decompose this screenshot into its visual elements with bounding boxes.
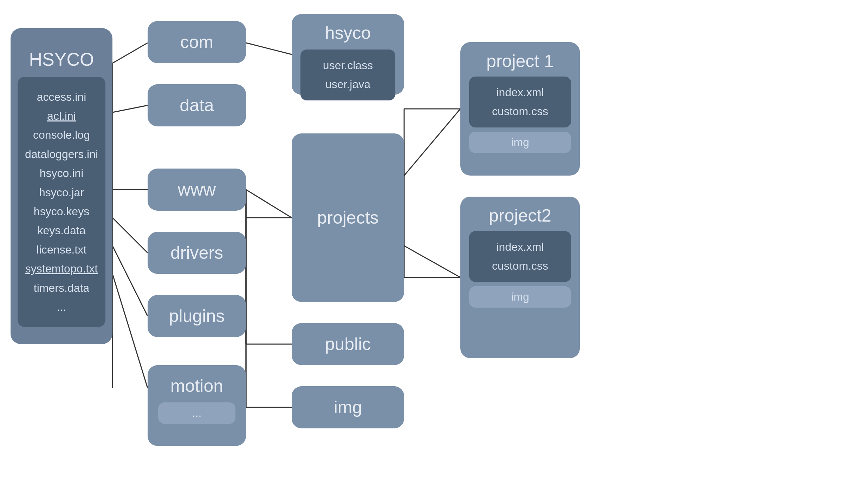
project2-label: project2 bbox=[489, 205, 551, 226]
svg-line-16 bbox=[404, 246, 460, 277]
motion-ellipsis: ... bbox=[192, 407, 202, 419]
projects-label: projects bbox=[317, 208, 378, 228]
file-hsyco-jar: hsyco.jar bbox=[25, 183, 98, 202]
svg-line-3 bbox=[112, 218, 148, 253]
connectors-svg bbox=[0, 0, 868, 493]
node-drivers: drivers bbox=[148, 232, 246, 274]
node-public: public bbox=[292, 323, 404, 365]
file-console-log: console.log bbox=[25, 125, 98, 144]
node-img-www: img bbox=[292, 386, 404, 428]
img-www-label: img bbox=[334, 397, 362, 418]
svg-line-7 bbox=[246, 43, 292, 54]
file-p1-index-xml: index.xml bbox=[480, 83, 561, 102]
node-www: www bbox=[148, 169, 246, 211]
motion-label: motion bbox=[170, 376, 223, 396]
file-user-class: user.class bbox=[311, 56, 385, 75]
file-timers-data: timers.data bbox=[25, 278, 98, 297]
motion-sublabel-box: ... bbox=[158, 402, 235, 424]
file-systemtopo-txt: systemtopo.txt bbox=[25, 259, 98, 278]
hsyco-child-files: user.class user.java bbox=[300, 50, 395, 100]
svg-line-5 bbox=[112, 274, 148, 388]
svg-line-1 bbox=[112, 105, 148, 112]
project2-files: index.xml custom.css bbox=[469, 231, 571, 282]
node-hsyco: HSYCO access.ini acl.ini console.log dat… bbox=[11, 28, 112, 344]
public-label: public bbox=[325, 334, 371, 354]
file-user-java: user.java bbox=[311, 75, 385, 94]
www-label: www bbox=[178, 179, 216, 200]
file-p2-custom-css: custom.css bbox=[480, 256, 561, 275]
hsyco-child-label: hsyco bbox=[325, 23, 371, 43]
project1-label: project 1 bbox=[486, 51, 554, 71]
diagram-container: HSYCO access.ini acl.ini console.log dat… bbox=[0, 0, 868, 493]
svg-line-0 bbox=[112, 43, 148, 63]
node-hsyco-child: hsyco user.class user.java bbox=[292, 14, 404, 95]
data-label: data bbox=[180, 95, 214, 116]
node-project1: project 1 index.xml custom.css img bbox=[460, 42, 580, 176]
file-ellipsis: ... bbox=[25, 297, 98, 316]
plugins-label: plugins bbox=[169, 306, 225, 326]
node-projects: projects bbox=[292, 133, 404, 302]
svg-line-4 bbox=[112, 246, 148, 316]
file-access-ini: access.ini bbox=[25, 87, 98, 106]
node-data: data bbox=[148, 84, 246, 126]
file-p2-index-xml: index.xml bbox=[480, 237, 561, 256]
file-p1-custom-css: custom.css bbox=[480, 102, 561, 121]
hsyco-title: HSYCO bbox=[29, 45, 94, 70]
node-project2: project2 index.xml custom.css img bbox=[460, 197, 580, 358]
project1-img-box: img bbox=[469, 132, 571, 153]
project1-files: index.xml custom.css bbox=[469, 77, 571, 127]
file-dataloggers-ini: dataloggers.ini bbox=[25, 145, 98, 164]
com-label: com bbox=[180, 32, 213, 52]
node-motion: motion ... bbox=[148, 365, 246, 446]
project1-img-label: img bbox=[511, 136, 529, 149]
project2-img-box: img bbox=[469, 286, 571, 308]
node-com: com bbox=[148, 21, 246, 63]
node-plugins: plugins bbox=[148, 295, 246, 337]
file-license-txt: license.txt bbox=[25, 240, 98, 259]
file-keys-data: keys.data bbox=[25, 221, 98, 240]
file-hsyco-keys: hsyco.keys bbox=[25, 202, 98, 221]
file-acl-ini: acl.ini bbox=[25, 106, 98, 125]
hsyco-files: access.ini acl.ini console.log datalogge… bbox=[18, 77, 105, 327]
drivers-label: drivers bbox=[170, 243, 223, 263]
project2-img-label: img bbox=[511, 290, 529, 303]
file-hsyco-ini: hsyco.ini bbox=[25, 164, 98, 183]
svg-line-8 bbox=[246, 190, 292, 218]
svg-line-15 bbox=[404, 109, 460, 176]
